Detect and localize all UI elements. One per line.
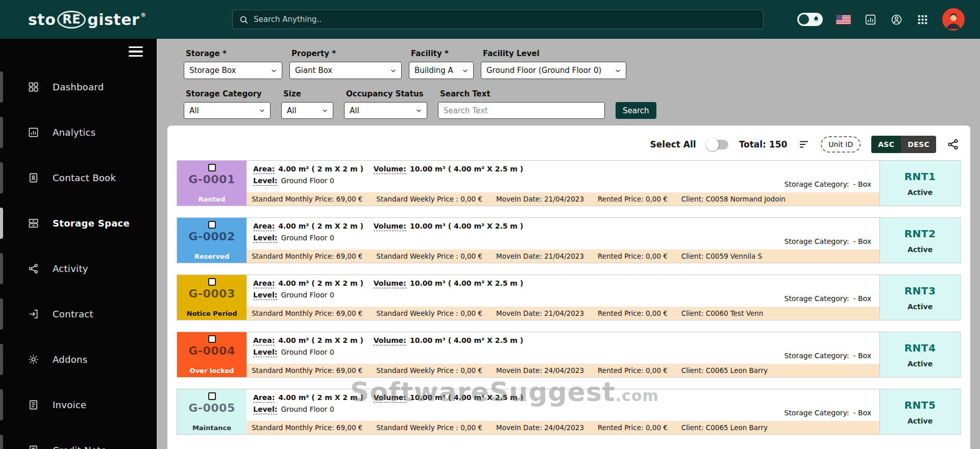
- select-value: All: [350, 106, 359, 115]
- menu-toggle-icon[interactable]: [0, 39, 157, 64]
- unit-checkbox[interactable]: [208, 221, 216, 229]
- unit-rental-block[interactable]: RNT3Active: [879, 275, 960, 320]
- storage-category-select[interactable]: All: [184, 102, 271, 119]
- profile-icon[interactable]: [890, 13, 903, 26]
- storage-select[interactable]: Storage Box: [184, 62, 282, 79]
- unit-id: G-0004: [188, 344, 235, 357]
- sidebar-item-dashboard[interactable]: Dashboard: [0, 64, 157, 110]
- sidebar-item-invoice[interactable]: Invoice: [0, 382, 157, 428]
- select-value: Building A: [414, 66, 453, 75]
- unit-card-g-0001: G-0001RentedArea:4.00 m² ( 2 m X 2 m )Vo…: [177, 160, 961, 206]
- weekly-price: Standard Weekly Price : 0,00 €: [376, 366, 482, 375]
- results-panel: Select All Total: 150 Unit ID ASC DESC G…: [167, 126, 970, 449]
- storage-category: Storage Category:- Box: [785, 352, 871, 360]
- rented-price: Rented Price: 0,00 €: [598, 252, 668, 260]
- unit-color-block: G-0001Rented: [177, 161, 247, 206]
- sidebar-item-label: Analytics: [53, 127, 95, 138]
- area-volume-line: Area:4.00 m² ( 2 m X 2 m )Volume:10.00 m…: [253, 222, 879, 231]
- notification-toggle[interactable]: [797, 13, 823, 26]
- active-indicator: [0, 162, 3, 193]
- chevron-down-icon: [270, 67, 278, 74]
- search-text-input[interactable]: [438, 102, 605, 119]
- global-search[interactable]: [232, 10, 764, 29]
- unit-pricing-strip: Standard Monthly Price: 69,00 €Standard …: [247, 307, 879, 320]
- filter-field: Facility LevelGround Floor (Ground Floor…: [481, 49, 626, 79]
- area-value: 4.00 m² ( 2 m X 2 m ): [278, 393, 363, 402]
- total-value: 150: [769, 139, 788, 149]
- total-label: Total:: [739, 139, 766, 149]
- unit-checkbox[interactable]: [208, 392, 216, 400]
- language-flag-icon[interactable]: [836, 15, 851, 24]
- sidebar-item-label: Storage Space: [53, 218, 130, 229]
- sidebar-item-addons[interactable]: Addons: [0, 337, 157, 382]
- sidebar-item-analytics[interactable]: Analytics: [0, 110, 157, 155]
- unit-rental-block[interactable]: RNT1Active: [879, 161, 960, 206]
- filter-label: Size: [281, 89, 333, 98]
- asc-button[interactable]: ASC: [871, 136, 901, 153]
- facility-level-select[interactable]: Ground Floor (Ground Floor 0): [481, 62, 626, 79]
- monthly-price: Standard Monthly Price: 69,00 €: [252, 423, 362, 432]
- unit-rental-block[interactable]: RNT4Active: [879, 332, 960, 377]
- rental-status: Active: [908, 188, 933, 196]
- volume-label: Volume:: [374, 165, 406, 174]
- sidebar-item-contact-book[interactable]: Contact Book: [0, 155, 157, 201]
- sidebar-item-contract[interactable]: Contract: [0, 291, 157, 337]
- monthly-price: Standard Monthly Price: 69,00 €: [252, 366, 362, 375]
- unit-checkbox[interactable]: [208, 164, 216, 171]
- app-logo[interactable]: sto RE gister ®: [0, 11, 157, 29]
- rental-code: RNT4: [904, 342, 936, 354]
- movein-date: MoveIn Date: 24/04/2023: [496, 366, 584, 375]
- sort-direction-group: ASC DESC: [871, 136, 936, 153]
- property-select[interactable]: Giant Box: [289, 62, 402, 79]
- monthly-price: Standard Monthly Price: 69,00 €: [252, 252, 362, 260]
- user-avatar[interactable]: [942, 8, 965, 31]
- filter-label: Storage *: [184, 49, 282, 58]
- unit-card-g-0005: G-0005MaintanceArea:4.00 m² ( 2 m X 2 m …: [177, 389, 961, 435]
- filter-row-2: Storage CategoryAllSizeAllOccupancy Stat…: [184, 89, 980, 119]
- filter-label: Search Text: [438, 89, 605, 98]
- client: Client: C0065 Leon Barry: [681, 366, 768, 375]
- unit-checkbox[interactable]: [208, 335, 216, 343]
- facility-select[interactable]: Building A: [409, 62, 474, 79]
- reports-icon[interactable]: [864, 13, 877, 26]
- analytics-icon: [28, 127, 39, 138]
- area-value: 4.00 m² ( 2 m X 2 m ): [278, 222, 363, 230]
- occupancy-status-select[interactable]: All: [344, 102, 427, 119]
- area-label: Area:: [253, 165, 275, 174]
- sidebar-item-credit-note[interactable]: Credit Note: [0, 428, 157, 449]
- sidebar-item-label: Contact Book: [53, 172, 116, 183]
- rented-price: Rented Price: 0,00 €: [598, 423, 668, 432]
- unit-id-sort-button[interactable]: Unit ID: [821, 136, 861, 153]
- storage-category-label: Storage Category:: [785, 180, 849, 188]
- unit-card-g-0004: G-0004Over lockedArea:4.00 m² ( 2 m X 2 …: [177, 332, 961, 378]
- rented-price: Rented Price: 0,00 €: [598, 309, 668, 317]
- chevron-down-icon: [614, 67, 622, 74]
- sidebar-item-label: Dashboard: [53, 82, 104, 92]
- search-button[interactable]: Search: [616, 102, 656, 119]
- unit-pricing-strip: Standard Monthly Price: 69,00 €Standard …: [247, 364, 879, 377]
- unit-checkbox[interactable]: [208, 278, 216, 286]
- unit-rental-block[interactable]: RNT2Active: [879, 218, 960, 263]
- select-value: Giant Box: [295, 66, 332, 75]
- desc-button[interactable]: DESC: [901, 136, 936, 153]
- sort-icon[interactable]: [798, 138, 810, 151]
- select-all-toggle[interactable]: [707, 140, 728, 149]
- share-icon[interactable]: [947, 138, 959, 151]
- area-volume-line: Area:4.00 m² ( 2 m X 2 m )Volume:10.00 m…: [253, 165, 879, 174]
- level-value: Ground Floor 0: [281, 291, 334, 299]
- unit-rental-block[interactable]: RNT5Active: [879, 389, 960, 434]
- sidebar-item-activity[interactable]: Activity: [0, 246, 157, 291]
- global-search-input[interactable]: [254, 15, 757, 24]
- unit-id: G-0001: [188, 173, 235, 186]
- size-select[interactable]: All: [281, 102, 333, 119]
- unit-occupancy-status: Maintance: [177, 424, 247, 432]
- rented-price: Rented Price: 0,00 €: [598, 195, 668, 203]
- active-indicator: [0, 71, 3, 103]
- unit-details: Area:4.00 m² ( 2 m X 2 m )Volume:10.00 m…: [247, 218, 879, 263]
- apps-grid-icon[interactable]: [916, 13, 929, 26]
- level-label: Level:: [253, 291, 277, 300]
- unit-id: G-0005: [188, 402, 235, 414]
- volume-value: 10.00 m³ ( 4.00 m² X 2.5 m ): [410, 165, 523, 173]
- sidebar-item-storage-space[interactable]: Storage Space: [0, 201, 157, 246]
- rental-status: Active: [908, 245, 933, 254]
